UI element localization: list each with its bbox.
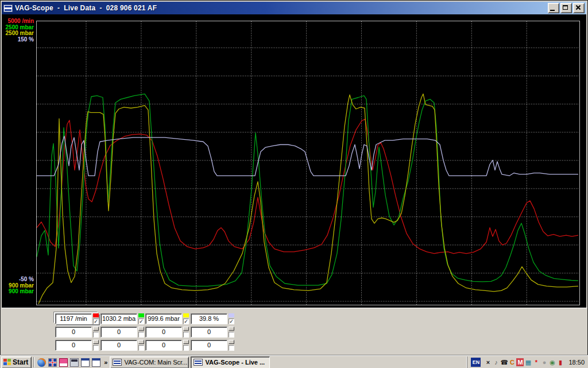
- sensor-color-swatch[interactable]: [183, 313, 189, 317]
- minimize-button[interactable]: [548, 3, 559, 13]
- sensor-value-field[interactable]: 0: [100, 327, 137, 338]
- sensor-value-field[interactable]: 0: [191, 327, 227, 338]
- start-label: Start: [13, 358, 28, 366]
- desktop: VAG-Scope - Live Data - 028 906 021 AF 5…: [0, 0, 588, 368]
- axis-min-label-2: 900 mbar: [2, 289, 34, 295]
- sensor-value-field[interactable]: 1030.2 mba: [100, 313, 137, 324]
- window-app-1-icon[interactable]: [81, 358, 90, 367]
- browser-icon[interactable]: [37, 358, 46, 367]
- sensor-cell-r2c1: 0: [100, 340, 144, 351]
- power-meter-icon[interactable]: C: [508, 358, 516, 366]
- sensor-color-swatch[interactable]: [229, 327, 234, 331]
- quick-launch: [36, 358, 102, 367]
- maximize-icon: [563, 5, 568, 10]
- fax-disconnected-icon[interactable]: ×: [484, 358, 492, 366]
- ross-tech-icon: [194, 359, 203, 366]
- sensor-checkbox[interactable]: [138, 345, 144, 351]
- trace-pressure-yellow: [38, 94, 578, 304]
- sensor-cell-r1c0: 0: [55, 327, 99, 338]
- taskbar: Start » VAG-COM: Main Scr... VAG-Scope -…: [0, 355, 588, 368]
- axis-max-label-3: 150 %: [2, 37, 34, 43]
- axis-max-label-2: 2500 mbar: [2, 30, 34, 37]
- antivirus-icon[interactable]: M: [516, 358, 524, 366]
- scope-display-area: 5000 /min2500 mbar2500 mbar150 % -50 %90…: [2, 14, 586, 308]
- sensor-value-field[interactable]: 0: [55, 327, 92, 338]
- sensor-value-field[interactable]: 999.6 mbar: [145, 313, 182, 324]
- close-button[interactable]: [573, 3, 585, 13]
- sensor-cell-r2c3: 0: [191, 340, 234, 351]
- sensor-color-swatch[interactable]: [93, 327, 99, 331]
- sensor-checkbox[interactable]: [93, 332, 99, 338]
- floppy-app-icon[interactable]: [59, 358, 68, 367]
- sensor-value-field[interactable]: 1197 /min: [55, 313, 92, 324]
- scope-plot: [37, 21, 579, 305]
- sensor-color-swatch[interactable]: [93, 313, 99, 317]
- sensor-color-swatch[interactable]: [229, 313, 234, 317]
- windows-flag-pane: [3, 362, 7, 365]
- sensor-cell-r2c0: 0: [55, 340, 99, 351]
- axis-max-label-0: 5000 /min: [2, 18, 34, 25]
- maximize-button[interactable]: [560, 3, 572, 13]
- title-bar[interactable]: VAG-Scope - Live Data - 028 906 021 AF: [2, 2, 586, 14]
- sensor-color-swatch[interactable]: [229, 340, 234, 344]
- tray-icons: ×♪☎CM▦*●◉▮: [484, 358, 564, 366]
- sensor-checkbox[interactable]: [93, 345, 99, 351]
- volume-muted-icon[interactable]: ♪: [492, 358, 500, 366]
- sensor-cell-r0c3: 39.8 %✓: [191, 313, 234, 324]
- windows-flag-pane: [3, 359, 7, 362]
- sensor-value-field[interactable]: 0: [145, 340, 182, 351]
- axis-max-labels: 5000 /min2500 mbar2500 mbar150 %: [2, 18, 34, 43]
- sensor-cell-r2c2: 0: [145, 340, 189, 351]
- sensor-cell-r0c2: 999.6 mbar✓: [145, 313, 189, 324]
- display-settings-icon[interactable]: ▦: [524, 358, 532, 366]
- task-label: VAG-Scope - Live ...: [205, 359, 265, 366]
- sensor-value-field[interactable]: 39.8 %: [191, 313, 227, 324]
- system-tray: EN ×♪☎CM▦*●◉▮ 18:50: [467, 356, 588, 368]
- sensor-color-swatch[interactable]: [138, 313, 144, 317]
- vag-scope-window: VAG-Scope - Live Data - 028 906 021 AF 5…: [0, 0, 588, 355]
- ross-tech-logo-icon: [3, 5, 13, 12]
- scope-plot-frame: [36, 21, 580, 305]
- sensor-value-field[interactable]: 0: [100, 340, 137, 351]
- sensor-checkbox[interactable]: [138, 332, 144, 338]
- sensor-color-swatch[interactable]: [183, 340, 189, 344]
- sensor-checkbox[interactable]: ✓: [229, 319, 234, 324]
- sensor-checkbox[interactable]: ✓: [138, 319, 144, 324]
- taskbar-task-vagcom-main[interactable]: VAG-COM: Main Scr...: [110, 356, 189, 368]
- trace-duty-cycle: [37, 136, 578, 176]
- clock: 18:50: [568, 359, 585, 366]
- dialup-phone-icon[interactable]: ☎: [500, 358, 508, 366]
- sensor-color-swatch[interactable]: [93, 340, 99, 344]
- taskbar-task-vagscope-live[interactable]: VAG-Scope - Live ...: [191, 356, 270, 368]
- windows-logo-icon: [3, 359, 11, 366]
- calculator-app-icon[interactable]: [70, 358, 79, 367]
- sensor-checkbox[interactable]: ✓: [93, 319, 99, 324]
- quick-launch-overflow-chevron[interactable]: »: [102, 359, 110, 366]
- task-label: VAG-COM: Main Scr...: [124, 359, 187, 366]
- sensor-checkbox[interactable]: [183, 345, 189, 351]
- control-panel: 1197 /min✓1030.2 mba✓999.6 mbar✓39.8 %✓0…: [2, 308, 587, 355]
- sensor-cell-r1c1: 0: [100, 327, 144, 338]
- sensor-value-field[interactable]: 0: [55, 340, 92, 351]
- scheduler-star-icon[interactable]: *: [532, 358, 540, 366]
- sensor-checkbox[interactable]: [183, 332, 189, 338]
- sensor-value-field[interactable]: 0: [145, 327, 182, 338]
- sensor-checkbox[interactable]: [229, 332, 234, 338]
- start-button[interactable]: Start: [1, 356, 32, 368]
- window-app-2-icon[interactable]: [92, 358, 100, 367]
- sensor-checkbox[interactable]: ✓: [183, 319, 189, 324]
- sensor-color-swatch[interactable]: [138, 340, 144, 344]
- uk-flag-icon[interactable]: [48, 358, 57, 367]
- vag-com-icon: [113, 359, 122, 366]
- sensor-color-swatch[interactable]: [183, 327, 189, 331]
- sensor-color-swatch[interactable]: [138, 327, 144, 331]
- window-title: VAG-Scope - Live Data - 028 906 021 AF: [15, 4, 157, 12]
- sensor-value-field[interactable]: 0: [191, 340, 227, 351]
- windows-flag-pane: [7, 362, 11, 365]
- cd-writer-icon[interactable]: ●: [540, 358, 548, 366]
- language-indicator[interactable]: EN: [471, 358, 481, 367]
- update-agent-icon[interactable]: ◉: [548, 358, 556, 366]
- battery-status-icon[interactable]: ▮: [556, 358, 564, 366]
- sensor-checkbox[interactable]: [229, 345, 234, 351]
- sensor-cell-r0c0: 1197 /min✓: [55, 313, 99, 324]
